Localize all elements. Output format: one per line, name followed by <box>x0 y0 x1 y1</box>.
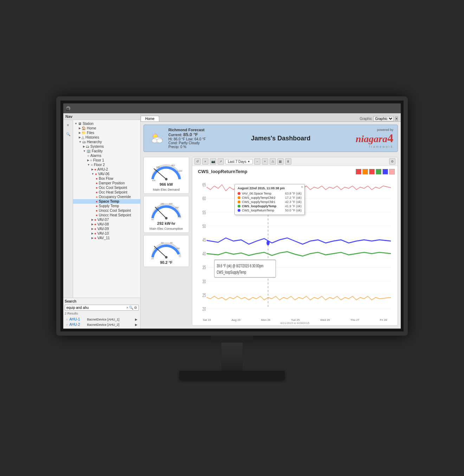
result-arrow-icon[interactable]: ▶ <box>135 323 137 326</box>
zoom-in-btn[interactable]: + <box>262 158 268 165</box>
legend-orange[interactable] <box>362 169 368 174</box>
tree-item-unocc-heat[interactable]: ● Unocc Heat Setpoint <box>73 213 140 217</box>
tree-item-damper[interactable]: ● Damper Position <box>73 181 140 185</box>
chart-legend <box>356 169 395 174</box>
svg-text:55: 55 <box>202 209 206 215</box>
tree-item-floor1[interactable]: ▶ ○ Floor 1 <box>73 158 140 163</box>
tree-item-vav08[interactable]: ▶ ● VAV-08 <box>73 222 140 227</box>
svg-text:20: 20 <box>202 306 206 312</box>
svg-text:200: 200 <box>169 203 173 205</box>
tree-item-files[interactable]: ▶ 📁 Files <box>73 131 140 135</box>
dashboard: Richmond Forecast Current: 85.0 °F Hi: 8… <box>141 122 401 329</box>
data-btn[interactable]: ▦ <box>277 158 284 165</box>
tree-arrow: ▶ <box>91 218 94 221</box>
tree-arrow: ▼ <box>83 150 86 153</box>
tree-item-vav09[interactable]: ▶ ● VAV-09 <box>73 227 140 231</box>
tree-item-systems[interactable]: ▶ 🗂 Systems <box>73 144 140 149</box>
niagara-framework: framework <box>356 145 393 148</box>
legend-red2[interactable] <box>369 169 375 174</box>
damper-icon: ● <box>96 181 98 185</box>
date-range-btn[interactable]: Last 7 Days ▼ <box>225 159 253 164</box>
svg-point-20 <box>165 256 168 259</box>
tree-item-alarms[interactable]: ○ Alarms <box>73 153 140 158</box>
dashboard-title-section: James's Dashboard <box>251 135 310 142</box>
tree-item-vav11[interactable]: ▶ ● VAV_11 <box>73 236 140 240</box>
tree-item-occ-heat[interactable]: ● Occ Heat Setpoint <box>73 190 140 195</box>
tab-home[interactable]: Home <box>141 116 159 121</box>
occ-heat-icon: ● <box>96 190 98 194</box>
content-body: Richmond Forecast Current: 85.0 °F Hi: 8… <box>141 122 401 329</box>
tree-item-vav10[interactable]: ▶ ● VAV-10 <box>73 231 140 236</box>
svg-text:100: 100 <box>155 207 159 209</box>
vav07-icon: ● <box>94 218 96 222</box>
hamburger-icon[interactable]: ≡ <box>65 121 72 128</box>
tree-item-vav07[interactable]: ▶ ● VAV-07 <box>73 217 140 222</box>
tree-item-vav06[interactable]: ▼ ● VAV-06 <box>73 172 140 176</box>
search-icon[interactable]: 🔍 <box>65 131 72 138</box>
tree-item-facility[interactable]: ▼ 🏢 Facility <box>73 149 140 153</box>
search-input[interactable] <box>66 306 125 310</box>
tree-item-occ-override[interactable]: ● Occupancy Override <box>73 195 140 199</box>
tree-item-floor2[interactable]: ▼ ○ Floor 2 <box>73 163 140 167</box>
svg-text:150: 150 <box>161 203 165 205</box>
screen-inner: ≡ Nav ≡ 🔍 <box>63 103 401 329</box>
weather-condition: Cond: Partly Cloudy <box>168 141 206 145</box>
svg-text:30: 30 <box>202 278 206 284</box>
tree-item-hierarchy[interactable]: ▼ 🗂 Hierarchy <box>73 140 140 144</box>
tooltip-row-1: CWS_supplyTempChlr2 17.2 °F (ok) <box>238 196 302 200</box>
search-result-ahu1[interactable]: ○ AHU-1 BacnetDevice [AHU_1] ▶ <box>65 317 139 322</box>
tree-item-supply-temp[interactable]: ● Supply Temp <box>73 204 140 208</box>
weather-current: Current: 85.0 °F <box>168 132 206 137</box>
tree-item-boxflow[interactable]: ● Box Flow <box>73 176 140 181</box>
camera-btn[interactable]: 📷 <box>210 158 216 165</box>
gauge-panel-demand: 400 600 800 1,000 966 kW Main Elec Deman… <box>143 157 189 194</box>
tree-item-ahu2[interactable]: ▶ ● AHU-2 <box>73 167 140 172</box>
alarm-btn[interactable]: ⚠ <box>270 158 276 165</box>
tree-item-home[interactable]: ▶ 🏠 Home <box>73 126 140 131</box>
tooltip-close-btn[interactable]: × <box>301 185 303 189</box>
search-settings-icon[interactable]: ⚙ <box>134 306 137 310</box>
svg-text:80: 80 <box>170 242 173 244</box>
legend-blue[interactable] <box>382 169 388 174</box>
dashboard-header: Richmond Forecast Current: 85.0 °F Hi: 8… <box>143 125 398 152</box>
niagara-brand-row: niagara 4 <box>356 132 393 145</box>
home-icon: 🏠 <box>82 126 86 130</box>
tree-item-station[interactable]: ▼ 🖥 Station <box>73 121 140 126</box>
gauge-value-temp: 90.2 °F <box>160 260 173 265</box>
tree-item-space-temp[interactable]: ● Space Temp <box>73 199 140 204</box>
vav08-icon: ● <box>94 222 96 226</box>
close-content-btn[interactable]: × <box>395 116 398 121</box>
station-icon: 🖥 <box>78 122 82 126</box>
tree-arrow: ▶ <box>79 131 81 134</box>
chart-settings-btn[interactable]: ⚙ <box>389 158 395 165</box>
legend-pink[interactable] <box>389 169 395 174</box>
tree-item-histories[interactable]: ▶ △ Histories <box>73 135 140 140</box>
tree-item-unocc-cool[interactable]: ● Unocc Cool Setpoint <box>73 208 140 213</box>
export-btn[interactable]: ↗ <box>218 158 224 165</box>
pause-btn[interactable]: ⏸ <box>285 158 291 165</box>
tree-area[interactable]: ▼ 🖥 Station ▶ 🏠 Home <box>73 120 140 298</box>
occ-override-icon: ● <box>96 195 98 199</box>
legend-red[interactable] <box>356 169 361 174</box>
top-bar-menu-icon[interactable]: ≡ <box>66 106 70 110</box>
gauge-panel-temp: 20 40 60 80 100 90.2 °F <box>143 235 189 267</box>
tree-item-occ-cool[interactable]: ● Occ Cool Setpoint <box>73 185 140 190</box>
search-clear-icon[interactable]: × <box>125 306 129 310</box>
gauge-label-consumption: Main Elec Consumption <box>149 227 183 230</box>
x-axis-sublabel: 8/21/2015 to 8/28/2015 <box>192 322 398 325</box>
refresh-btn[interactable]: ↺ <box>194 158 201 165</box>
tree-arrow: ▼ <box>91 172 94 176</box>
search-results-count: 2 Results <box>65 312 139 315</box>
svg-rect-48 <box>214 260 276 278</box>
zoom-out-btn[interactable]: − <box>254 158 260 165</box>
result-arrow-icon[interactable]: ▶ <box>135 318 137 321</box>
close-btn[interactable]: × <box>202 158 208 165</box>
graphic-dropdown[interactable]: Graphic <box>373 116 394 121</box>
tooltip-dot-3 <box>238 205 240 208</box>
search-execute-icon[interactable]: 🔍 <box>129 306 133 310</box>
legend-green[interactable] <box>376 169 381 174</box>
occ-cool-icon: ● <box>96 186 98 190</box>
weather-precip: Precip: 0 % <box>168 145 206 149</box>
svg-text:65: 65 <box>202 182 206 188</box>
search-result-ahu2[interactable]: ○ AHU-2 BacnetDevice [AHU_2] ▶ <box>65 322 139 327</box>
